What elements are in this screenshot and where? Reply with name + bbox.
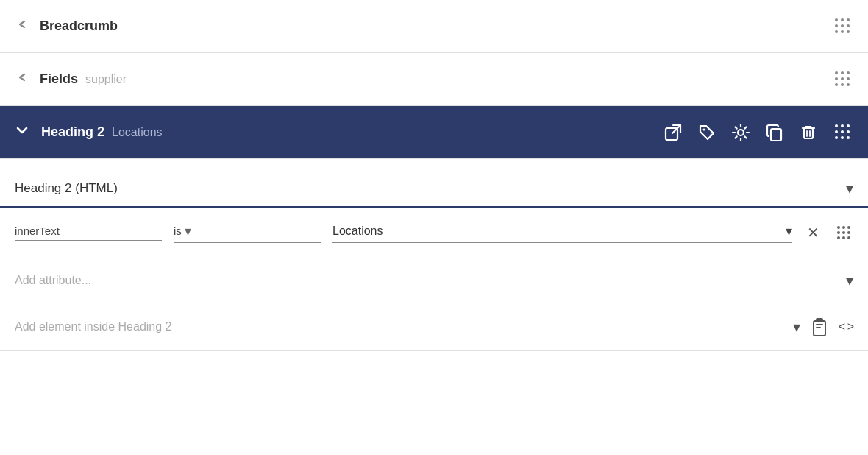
filter-drag-handle[interactable] (834, 223, 853, 242)
filter-value-text: Locations (332, 225, 780, 238)
filter-row: innerText is ▾ Locations ▾ ✕ (0, 208, 868, 258)
type-select[interactable]: Heading 2 (HTML) ▾ (15, 172, 853, 206)
filter-operator-chevron[interactable]: ▾ (185, 223, 191, 239)
svg-line-1 (672, 125, 680, 133)
breadcrumb-dots-menu[interactable] (832, 15, 853, 37)
add-element-row: Add element inside Heading 2 ▾ < > (0, 303, 868, 351)
add-element-chevron[interactable]: ▾ (793, 318, 800, 336)
svg-point-3 (738, 130, 744, 135)
heading2-row: Heading 2 Locations (0, 106, 868, 159)
fields-row: Fields supplier (0, 53, 868, 106)
heading2-chevron[interactable] (15, 123, 29, 141)
type-select-chevron: ▾ (846, 180, 853, 197)
content-area: Heading 2 (HTML) ▾ innerText is ▾ Locati… (0, 159, 868, 351)
heading2-dots-menu[interactable] (832, 121, 853, 143)
svg-rect-4 (771, 129, 781, 141)
heading2-subtitle: Locations (112, 126, 163, 139)
heading2-title: Heading 2 (41, 124, 104, 140)
filter-field-label: innerText (15, 225, 162, 237)
heading2-toolbar (663, 121, 853, 143)
fields-subtitle: supplier (85, 73, 127, 86)
svg-rect-9 (816, 324, 823, 325)
breadcrumb-row: Breadcrumb (0, 0, 868, 53)
svg-rect-5 (804, 128, 813, 138)
filter-operator-label: is (174, 225, 182, 237)
add-element-label: Add element inside Heading 2 (15, 320, 784, 334)
code-icon[interactable]: < > (839, 320, 853, 334)
filter-value-wrap: Locations ▾ (332, 223, 792, 243)
filter-field-name: innerText (15, 225, 162, 241)
svg-point-2 (703, 128, 705, 130)
add-attribute-chevron[interactable]: ▾ (846, 272, 853, 289)
fields-chevron[interactable] (15, 71, 28, 88)
add-attribute-label: Add attribute... (15, 274, 846, 287)
breadcrumb-title: Breadcrumb (40, 18, 118, 34)
settings-icon[interactable] (730, 122, 751, 143)
add-attribute-row[interactable]: Add attribute... ▾ (0, 258, 868, 303)
fields-dots-menu[interactable] (832, 68, 853, 90)
tags-icon[interactable] (697, 122, 717, 143)
filter-value-chevron[interactable]: ▾ (786, 223, 792, 239)
open-icon[interactable] (663, 122, 683, 143)
filter-operator-field[interactable]: is ▾ (174, 223, 321, 243)
svg-rect-10 (816, 327, 821, 328)
type-select-label: Heading 2 (HTML) (15, 181, 118, 196)
breadcrumb-chevron[interactable] (15, 18, 28, 35)
clipboard-icon[interactable] (809, 317, 830, 337)
delete-icon[interactable] (798, 122, 819, 143)
type-select-row[interactable]: Heading 2 (HTML) ▾ (0, 159, 868, 208)
fields-title: Fields (40, 71, 78, 87)
copy-icon[interactable] (764, 122, 785, 143)
filter-clear-button[interactable]: ✕ (804, 222, 822, 243)
